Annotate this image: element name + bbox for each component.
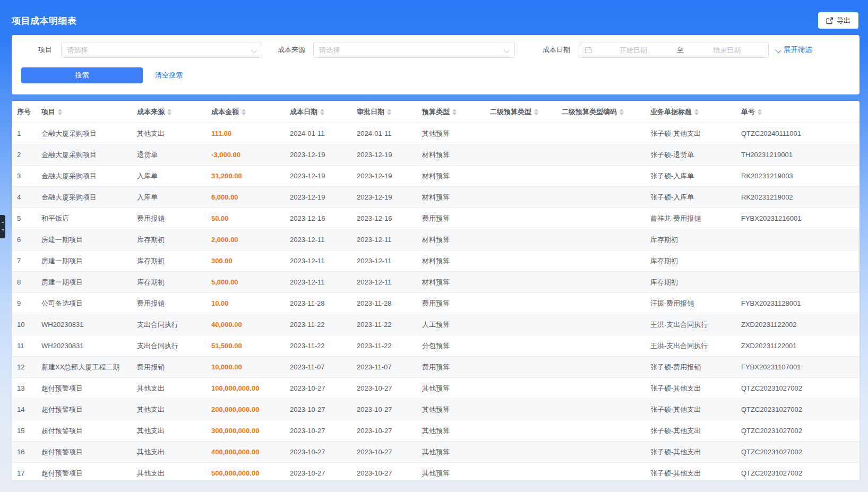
table-cell-amount: -3,000.00 xyxy=(206,151,285,159)
table-row: 11WH20230831支出合同执行51,500.002023-11-22202… xyxy=(12,335,860,357)
chevron-down-icon xyxy=(504,47,509,53)
table-cell-doc_no: FYBX20231107001 xyxy=(736,363,860,371)
clear-search-link[interactable]: 清空搜索 xyxy=(155,67,183,83)
table-cell-cost_date: 2023-10-27 xyxy=(285,405,351,413)
table-cell-project: 超付预警项目 xyxy=(36,426,132,436)
column-header-amount[interactable]: 成本金额 xyxy=(206,107,285,117)
table-cell-source: 库存期初 xyxy=(132,235,206,245)
table-cell-doc_title: 张子硕-费用报销 xyxy=(645,362,736,372)
table-cell-source: 库存期初 xyxy=(132,256,206,266)
table-cell-no: 13 xyxy=(12,384,36,392)
column-header-sub_budget_type[interactable]: 二级预算类型 xyxy=(485,107,556,117)
table-row: 10WH20230831支出合同执行40,000.002023-11-22202… xyxy=(12,314,860,335)
table-cell-no: 3 xyxy=(12,172,36,180)
table-cell-project: WH20230831 xyxy=(36,321,132,329)
table-cell-source: 费用报销 xyxy=(132,362,206,372)
table-cell-budget_type: 费用预算 xyxy=(417,362,485,372)
filter-panel: 项目 成本来源 成本日期 至 展开筛选 搜索 清空搜索 xyxy=(12,35,860,94)
table-cell-doc_title: 张子硕-其他支出 xyxy=(645,405,736,415)
table-cell-project: 房建一期项目 xyxy=(36,278,132,287)
column-header-budget_type[interactable]: 预算类型 xyxy=(417,107,485,117)
search-button[interactable]: 搜索 xyxy=(21,67,143,83)
sort-icon xyxy=(534,109,538,115)
table-row: 15超付预警项目其他支出300,000,000.002023-10-272023… xyxy=(12,420,860,442)
sort-icon xyxy=(620,109,624,115)
table-cell-budget_type: 费用预算 xyxy=(417,214,485,223)
table-cell-doc_no: QTZC20231027002 xyxy=(736,405,860,413)
side-drawer-handle[interactable] xyxy=(0,215,5,238)
table-cell-no: 10 xyxy=(12,321,36,329)
column-header-label: 业务单据标题 xyxy=(650,107,692,117)
table-cell-approval_date: 2023-10-27 xyxy=(351,448,417,456)
table-cell-source: 费用报销 xyxy=(132,299,206,308)
table-cell-budget_type: 材料预算 xyxy=(417,193,485,202)
table-cell-doc_title: 库存期初 xyxy=(645,235,736,245)
end-date-input[interactable] xyxy=(686,42,769,57)
expand-filter-link[interactable]: 展开筛选 xyxy=(775,42,812,58)
table-cell-doc_no: RK20231219003 xyxy=(736,172,860,180)
column-header-no: 序号 xyxy=(12,107,36,117)
table-cell-approval_date: 2023-12-11 xyxy=(351,257,417,265)
table-cell-amount: 31,200.00 xyxy=(206,172,285,180)
project-select[interactable] xyxy=(61,42,262,58)
table-row: 14超付预警项目其他支出200,000,000.002023-10-272023… xyxy=(12,399,860,420)
expand-filter-label: 展开筛选 xyxy=(784,45,812,55)
table-cell-project: 房建一期项目 xyxy=(36,256,132,266)
table-cell-cost_date: 2023-10-27 xyxy=(285,469,351,477)
cost-date-range[interactable]: 至 xyxy=(579,42,769,58)
table-cell-cost_date: 2023-11-22 xyxy=(285,342,351,350)
column-header-approval_date[interactable]: 审批日期 xyxy=(351,107,417,117)
column-header-label: 二级预算类型编码 xyxy=(562,107,617,117)
column-header-label: 项目 xyxy=(41,107,55,117)
table-cell-source: 其他支出 xyxy=(132,426,206,436)
sort-icon xyxy=(694,109,699,115)
table-cell-source: 其他支出 xyxy=(132,384,206,393)
table-cell-approval_date: 2023-12-19 xyxy=(351,151,417,159)
table-cell-no: 14 xyxy=(12,405,36,413)
export-button[interactable]: 导出 xyxy=(818,12,858,29)
column-header-doc_title[interactable]: 业务单据标题 xyxy=(645,107,736,117)
table-cell-source: 其他支出 xyxy=(132,447,206,457)
table-cell-project: 公司备选项目 xyxy=(36,299,132,308)
sort-icon xyxy=(58,109,62,115)
column-header-project[interactable]: 项目 xyxy=(36,107,132,117)
table-cell-doc_no: FYBX20231128001 xyxy=(736,299,860,307)
table-cell-approval_date: 2023-12-19 xyxy=(351,193,417,201)
table-cell-project: 超付预警项目 xyxy=(36,469,132,478)
sort-icon xyxy=(387,109,391,115)
column-header-label: 审批日期 xyxy=(357,107,384,117)
cost-source-select[interactable] xyxy=(313,42,515,58)
cost-source-select-input[interactable] xyxy=(314,42,504,57)
table-cell-source: 支出合同执行 xyxy=(132,341,206,351)
table-cell-no: 16 xyxy=(12,448,36,456)
table-cell-amount: 2,000.00 xyxy=(206,236,285,244)
project-select-input[interactable] xyxy=(62,42,251,57)
table-cell-no: 4 xyxy=(12,193,36,201)
table-cell-amount: 500,000,000.00 xyxy=(206,469,285,477)
table-cell-cost_date: 2023-12-11 xyxy=(285,257,351,265)
table-cell-approval_date: 2023-10-27 xyxy=(351,384,417,392)
table-cell-approval_date: 2023-11-28 xyxy=(351,299,417,307)
table-cell-doc_no: FYBX20231216001 xyxy=(736,214,860,222)
column-header-sub_budget_code[interactable]: 二级预算类型编码 xyxy=(556,107,645,117)
column-header-source[interactable]: 成本来源 xyxy=(132,107,206,117)
sort-icon xyxy=(758,109,762,115)
start-date-input[interactable] xyxy=(592,42,675,57)
column-header-label: 预算类型 xyxy=(422,107,450,117)
table-cell-amount: 40,000.00 xyxy=(206,321,285,329)
table-cell-doc_no: ZXD20231122001 xyxy=(736,342,860,350)
table-cell-source: 其他支出 xyxy=(132,469,206,478)
table-cell-doc_no: QTZC20231027002 xyxy=(736,427,860,435)
table-cell-amount: 5,000.00 xyxy=(206,278,285,286)
table-cell-source: 费用报销 xyxy=(132,214,206,223)
table-cell-doc_title: 库存期初 xyxy=(645,256,736,266)
table-cell-no: 8 xyxy=(12,278,36,286)
column-header-cost_date[interactable]: 成本日期 xyxy=(285,107,351,117)
column-header-doc_no[interactable]: 单号 xyxy=(736,107,860,117)
table-cell-no: 1 xyxy=(12,130,36,137)
table-row: 3金融大厦采购项目入库单31,200.002023-12-192023-12-1… xyxy=(12,166,860,187)
table-cell-budget_type: 其他预算 xyxy=(417,129,485,139)
table-row: 7房建一期项目库存期初300.002023-12-112023-12-11材料预… xyxy=(12,251,860,272)
table-cell-no: 6 xyxy=(12,236,36,244)
table-cell-budget_type: 材料预算 xyxy=(417,235,485,245)
